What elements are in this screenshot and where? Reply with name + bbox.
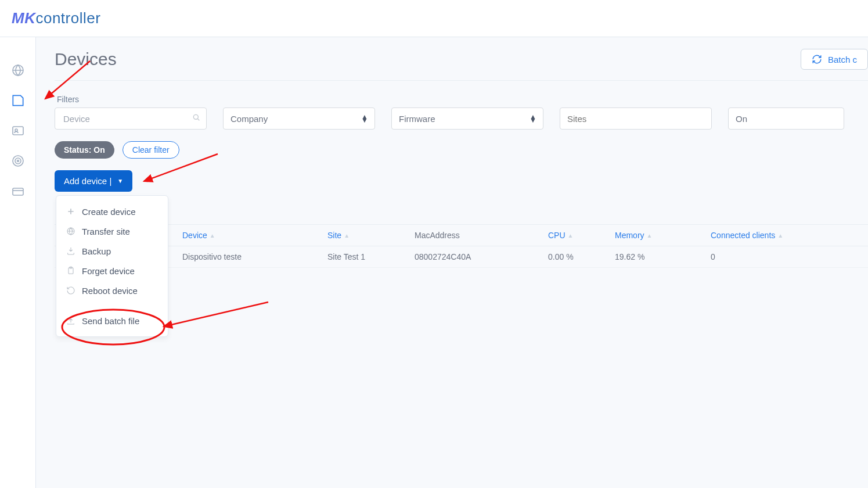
col-cpu[interactable]: CPU▲ <box>548 231 615 240</box>
sidebar-users[interactable] <box>10 123 26 138</box>
cell-site: Site Test 1 <box>327 252 415 261</box>
menu-item-label: Create device <box>82 207 136 217</box>
brand-logo: MK controller <box>12 9 100 27</box>
sites-input[interactable] <box>560 107 712 130</box>
refresh-icon <box>66 285 76 296</box>
menu-item-label: Reboot device <box>82 286 138 296</box>
sidebar-signal[interactable] <box>10 153 26 168</box>
cell-mac: 08002724C40A <box>415 252 548 261</box>
firmware-select-wrap: Firmware ▲▼ <box>391 107 543 130</box>
menu-create-device[interactable]: Create device <box>56 202 168 221</box>
menu-item-label: Forget device <box>82 266 135 276</box>
clear-filter-button[interactable]: Clear filter <box>123 141 179 159</box>
brand-mark: MK <box>12 9 35 27</box>
billing-icon <box>11 184 25 198</box>
col-mac: MacAddress <box>415 231 548 240</box>
cell-cpu: 0.00 % <box>548 252 615 261</box>
cell-memory: 19.62 % <box>615 252 711 261</box>
add-device-button[interactable]: Add device | ▼ <box>55 170 132 192</box>
plus-icon <box>66 206 76 217</box>
sites-select-wrap <box>560 107 712 130</box>
caret-down-icon: ▼ <box>117 178 123 184</box>
menu-separator <box>56 300 168 311</box>
sidebar-globe[interactable] <box>10 63 26 78</box>
menu-item-label: Transfer site <box>82 227 130 236</box>
svg-rect-6 <box>13 188 23 195</box>
clipboard-icon <box>66 265 76 276</box>
device-filter-input[interactable] <box>55 107 207 130</box>
col-device[interactable]: Device▲ <box>182 231 327 240</box>
col-memory[interactable]: Memory▲ <box>615 231 711 240</box>
active-filters-row: Status: On Clear filter <box>55 141 868 159</box>
sidebar <box>0 37 36 488</box>
svg-point-4 <box>15 158 21 164</box>
table-header: Device▲ Site▲ MacAddress CPU▲ Memory▲ Co… <box>55 224 868 246</box>
add-device-menu: Create device Transfer site Backup Forge… <box>56 195 168 337</box>
cell-clients: 0 <box>711 252 844 261</box>
add-device-label: Add device | <box>64 176 111 186</box>
col-clients[interactable]: Connected clients▲ <box>711 231 844 240</box>
firmware-select[interactable]: Firmware <box>391 107 543 130</box>
status-chip[interactable]: Status: On <box>55 141 114 159</box>
svg-point-5 <box>17 160 19 162</box>
table-row[interactable]: Dispositivo teste Site Test 1 08002724C4… <box>55 246 868 268</box>
svg-point-2 <box>15 129 17 131</box>
upload-icon <box>66 315 76 326</box>
status-select-wrap <box>728 107 844 130</box>
batch-button[interactable]: Batch c <box>801 49 868 70</box>
menu-backup[interactable]: Backup <box>56 241 168 261</box>
company-select[interactable]: Company <box>223 107 375 130</box>
svg-point-7 <box>193 114 198 119</box>
sidebar-billing[interactable] <box>10 184 26 199</box>
user-card-icon <box>11 124 25 138</box>
menu-item-label: Backup <box>82 246 111 256</box>
col-site[interactable]: Site▲ <box>327 231 415 240</box>
batch-button-label: Batch c <box>828 55 857 64</box>
devices-table: Device▲ Site▲ MacAddress CPU▲ Memory▲ Co… <box>55 224 868 268</box>
svg-point-3 <box>13 156 23 166</box>
sidebar-devices[interactable] <box>10 93 26 108</box>
menu-forget-device[interactable]: Forget device <box>56 261 168 281</box>
page-header-row: Devices Batch c <box>55 49 868 81</box>
menu-send-batch-file[interactable]: Send batch file <box>56 311 168 331</box>
signal-icon <box>11 154 25 168</box>
filters-row: Company ▲▼ Firmware ▲▼ <box>55 107 868 130</box>
filters-label: Filters <box>57 95 868 104</box>
cell-device: Dispositivo teste <box>182 252 327 261</box>
sort-asc-icon: ▲ <box>777 232 783 239</box>
svg-rect-1 <box>13 127 23 135</box>
brand-text: controller <box>35 9 100 27</box>
device-filter-wrap <box>55 107 207 130</box>
menu-transfer-site[interactable]: Transfer site <box>56 221 168 241</box>
globe-icon <box>11 63 25 77</box>
top-header: MK controller <box>0 0 868 37</box>
search-icon <box>192 113 201 124</box>
sort-asc-icon: ▲ <box>210 232 215 239</box>
sort-asc-icon: ▲ <box>647 232 653 239</box>
menu-item-label: Send batch file <box>82 316 139 326</box>
download-icon <box>66 246 76 256</box>
devices-icon <box>10 93 26 108</box>
company-select-wrap: Company ▲▼ <box>223 107 375 130</box>
status-input[interactable] <box>728 107 844 130</box>
sort-asc-icon: ▲ <box>568 232 574 239</box>
menu-reboot-device[interactable]: Reboot device <box>56 281 168 300</box>
sort-asc-icon: ▲ <box>344 232 350 239</box>
globe-icon <box>66 226 76 236</box>
refresh-icon <box>812 54 822 64</box>
page-title: Devices <box>55 49 117 69</box>
